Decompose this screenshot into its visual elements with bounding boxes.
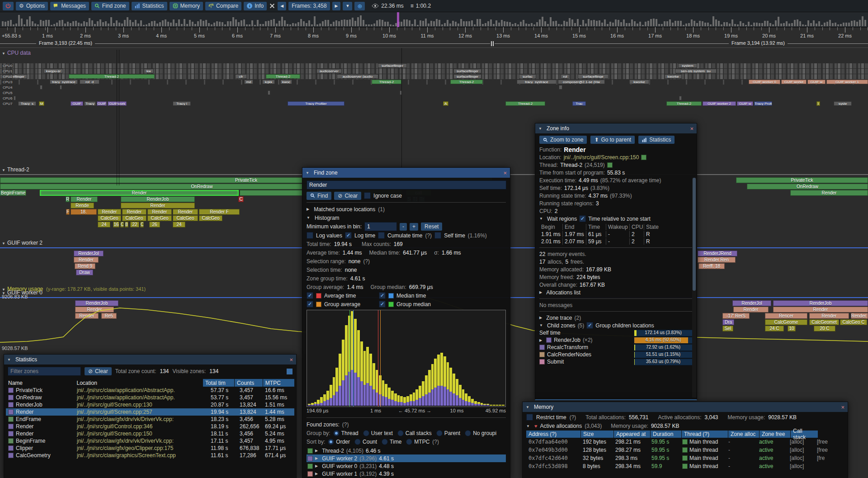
cpu-zone[interactable]: rot_d [80, 80, 99, 84]
min-bin-input[interactable] [364, 222, 397, 231]
scrollbar-corner[interactable] [287, 369, 292, 374]
timeline-zone[interactable]: Render [98, 209, 121, 215]
cpu-zone[interactable]: GUIF worker 1 [826, 80, 868, 84]
log-values-checkbox[interactable] [307, 232, 313, 239]
legend-checkbox[interactable] [307, 301, 313, 308]
cpu-zone[interactable]: GUIF [71, 101, 83, 106]
timeline-zone[interactable]: CalcGeo [199, 215, 222, 221]
timeline-zone[interactable]: RenderJRend [698, 251, 737, 256]
cpu-zone[interactable]: system [678, 63, 697, 68]
radio-button[interactable] [465, 430, 471, 436]
cpu-zone[interactable]: surfaceflinger [453, 74, 481, 79]
timeline-zone[interactable]: C [238, 196, 244, 202]
legend-item[interactable]: Median time [379, 291, 451, 300]
cpu-zone[interactable] [559, 85, 562, 90]
timeline-zone[interactable]: Render [790, 190, 868, 196]
cpu-zone[interactable]: GUIF w [807, 80, 826, 84]
column-header[interactable]: MTPC [263, 379, 294, 387]
cpu-zone[interactable]: kgkk [262, 80, 275, 84]
timeline-zone[interactable]: CalcGeo [147, 215, 172, 221]
timeline-zone[interactable]: F [66, 209, 70, 215]
timeline-zone[interactable]: Rend 9 [75, 263, 95, 269]
frame-dropdown-button[interactable]: ▼ [343, 2, 352, 10]
info-button[interactable]: iInfo [244, 2, 267, 10]
memory-button[interactable]: Memory [170, 2, 203, 10]
cpu-zone[interactable]: Trac [572, 101, 586, 106]
timeline-zone[interactable]: CalcGeo [98, 215, 121, 221]
wait-column-header[interactable]: Time [586, 224, 606, 230]
group-by-option[interactable]: Thread [333, 430, 359, 436]
call-stack-alloc-link[interactable]: [alloc] [788, 463, 815, 469]
table-row[interactable]: RenderJobjni/../jni/src/guif/Screen.cpp:… [6, 401, 294, 408]
cpu-zone[interactable]: Tracy I [173, 101, 191, 106]
timeline-zone[interactable]: RenderJol [74, 251, 104, 256]
allocation-row[interactable]: 0x7dfc53d8988 bytes298.34 ms59.9Main thr… [526, 462, 844, 470]
frame-bar[interactable]: Frame 3,193 (22.45 ms) Frame 3,194 (13.9… [0, 40, 868, 48]
group-by-option[interactable]: User text [363, 430, 393, 436]
legend-item[interactable]: Group average [307, 300, 379, 308]
cpu-zone[interactable]: GUIF [97, 101, 107, 106]
child-zone-row[interactable]: Self time172.14 us (3.83%) [539, 329, 693, 336]
timeline-zone[interactable]: Render [121, 203, 195, 208]
close-icon[interactable]: × [690, 125, 693, 132]
wait-column-header[interactable]: Wakeup [606, 224, 630, 230]
cpu-zone[interactable]: Thread-2 [450, 80, 483, 84]
timeline-zone[interactable]: Render [173, 209, 198, 215]
zone-group-row[interactable]: ▶GUIF worker 1(3,192)4.39 s [307, 470, 506, 478]
search-input[interactable] [307, 180, 506, 189]
timeline-zone[interactable]: Render [74, 257, 99, 263]
call-stack-free-link[interactable]: [free [815, 439, 837, 445]
cumulate-time-checkbox[interactable] [378, 232, 385, 239]
timeline-zone[interactable]: Render Ren [698, 257, 736, 263]
go-to-parent-button[interactable]: ⬆Go to parent [590, 136, 635, 144]
cpu-zone[interactable]: Tracy_s [18, 101, 36, 106]
timeline-zone[interactable]: 22 [130, 222, 139, 227]
timeline-zone[interactable]: Render [71, 196, 98, 202]
call-stack-alloc-link[interactable]: [alloc] [788, 455, 815, 461]
zoom-to-zone-button[interactable]: Zoom to zone [539, 136, 587, 144]
column-header[interactable]: Appeared at [614, 431, 650, 438]
time-ruler[interactable]: +55.83 s 1 ms2 ms3 ms4 ms5 ms6 ms7 ms8 m… [0, 27, 868, 40]
timeline-zone[interactable]: PrivateTick [736, 177, 868, 183]
collapse-icon[interactable]: ▼ [538, 127, 542, 131]
child-zone-row[interactable]: RecalcTransform72.92 us (1.62%) [539, 344, 693, 351]
sort-by-option[interactable]: Order [328, 439, 350, 445]
cpu-zone[interactable]: GUIFwork [108, 101, 127, 106]
cpu-zone[interactable] [679, 96, 682, 100]
cpu-zone[interactable]: GUIF worker 2 [703, 101, 736, 106]
self-time-checkbox[interactable] [434, 232, 441, 239]
cpu-zone[interactable]: Tracy [84, 101, 96, 106]
legend-item[interactable]: Group median [379, 300, 451, 308]
column-header[interactable]: Total tim [203, 379, 234, 387]
timeline-zone[interactable]: C [140, 222, 144, 227]
column-header[interactable]: Counts [235, 379, 263, 387]
histogram-plot[interactable] [307, 310, 506, 407]
column-header[interactable]: Duration [651, 431, 681, 438]
memory-titlebar[interactable]: ▼ Memory × [523, 402, 848, 412]
group-by-option[interactable]: No groupi [465, 430, 496, 436]
cpu-zone[interactable]: md [244, 80, 253, 84]
table-row[interactable]: BeginFramejni/../jni/src/claw/gfx/drv/vk… [6, 437, 294, 445]
cpu-zone[interactable]: I [816, 101, 820, 106]
group-children-checkbox[interactable] [586, 322, 593, 329]
table-row[interactable]: Renderjni/../jni/src/guif/Control.cpp:34… [6, 423, 294, 430]
table-row[interactable]: OnRedrawjni/../jni/src/claw/application/… [6, 394, 294, 401]
cpu-zone[interactable]: kwoc [280, 80, 292, 84]
clear-button[interactable]: ⊘Clear [334, 192, 361, 200]
min-bin-increase-button[interactable]: + [410, 223, 418, 231]
find-button[interactable]: Find [307, 192, 331, 200]
cpu-zone[interactable]: kw [144, 69, 154, 73]
call-stack-free-link[interactable]: [free [815, 447, 837, 453]
table-row[interactable]: Renderjni/../jni/src/guif/Screen.cpp:150… [6, 430, 294, 437]
radio-button[interactable] [333, 430, 340, 436]
next-frame-button[interactable]: ▶ [332, 2, 341, 10]
timeline-zone[interactable]: 16 [113, 222, 119, 227]
cpu-zone[interactable]: Tracy Profiler [288, 101, 344, 106]
radio-button[interactable] [382, 439, 388, 445]
histogram-header[interactable]: ▼ Histogram [307, 213, 506, 222]
cpu-zone[interactable]: Tracy Profiler [754, 101, 772, 106]
call-stack-free-link[interactable]: [fre [815, 455, 837, 461]
cpu-zone[interactable]: kwgpu-sr [43, 69, 63, 73]
column-header[interactable]: Location [74, 379, 203, 387]
cpu-zone[interactable]: audioserver (audio [337, 74, 378, 79]
